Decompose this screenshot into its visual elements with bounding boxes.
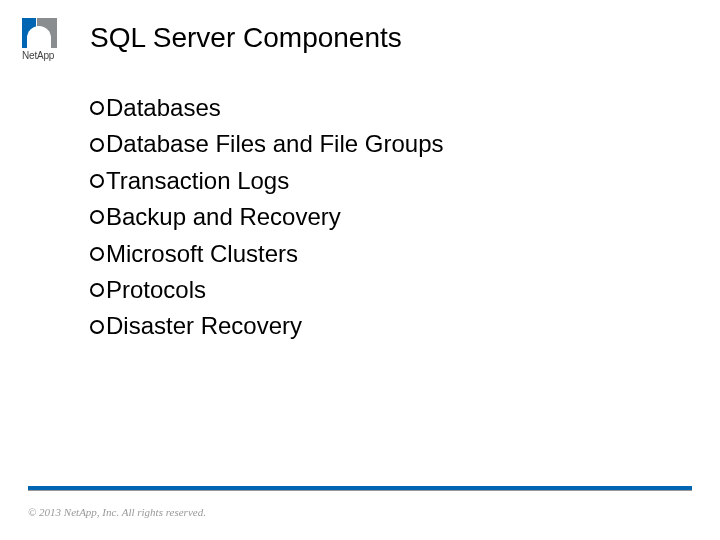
list-item: Protocols <box>90 274 444 306</box>
list-item: Database Files and File Groups <box>90 128 444 160</box>
bullet-icon <box>90 210 104 224</box>
logo-text: NetApp <box>22 50 72 61</box>
list-item-text: Protocols <box>106 274 206 306</box>
bullet-list: Databases Database Files and File Groups… <box>90 92 444 347</box>
list-item-text: Disaster Recovery <box>106 310 302 342</box>
list-item: Disaster Recovery <box>90 310 444 342</box>
list-item-text: Database Files and File Groups <box>106 128 444 160</box>
list-item: Microsoft Clusters <box>90 238 444 270</box>
copyright-text: © 2013 NetApp, Inc. All rights reserved. <box>28 506 206 518</box>
list-item-text: Databases <box>106 92 221 124</box>
list-item-text: Microsoft Clusters <box>106 238 298 270</box>
bullet-icon <box>90 247 104 261</box>
slide-title: SQL Server Components <box>90 22 402 54</box>
brand-logo: NetApp <box>22 18 72 61</box>
list-item-text: Backup and Recovery <box>106 201 341 233</box>
list-item: Backup and Recovery <box>90 201 444 233</box>
bullet-icon <box>90 174 104 188</box>
bullet-icon <box>90 101 104 115</box>
list-item: Transaction Logs <box>90 165 444 197</box>
logo-mark-icon <box>22 18 58 48</box>
bullet-icon <box>90 138 104 152</box>
list-item-text: Transaction Logs <box>106 165 289 197</box>
bullet-icon <box>90 320 104 334</box>
footer-divider <box>28 486 692 490</box>
list-item: Databases <box>90 92 444 124</box>
bullet-icon <box>90 283 104 297</box>
